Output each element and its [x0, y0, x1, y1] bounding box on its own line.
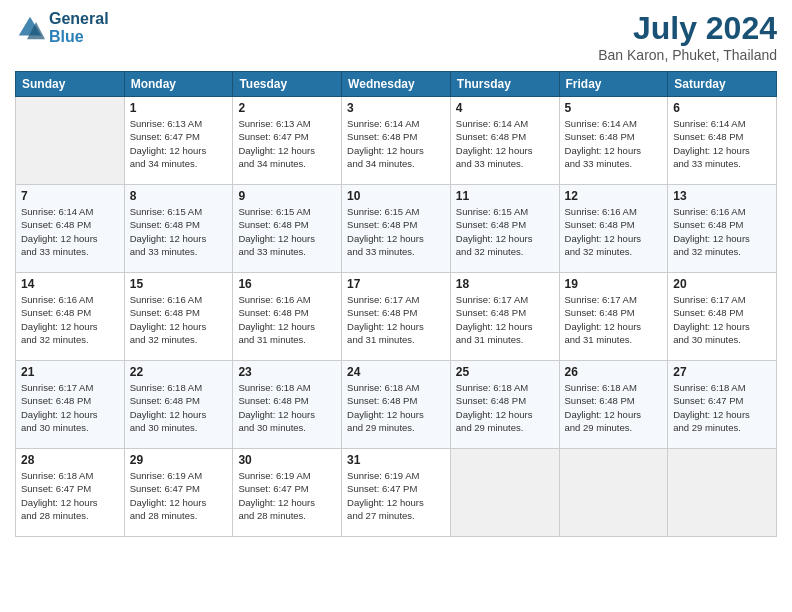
day-number: 31	[347, 453, 445, 467]
day-info: Sunrise: 6:14 AM Sunset: 6:48 PM Dayligh…	[21, 205, 119, 258]
calendar-cell: 22Sunrise: 6:18 AM Sunset: 6:48 PM Dayli…	[124, 361, 233, 449]
calendar-cell	[668, 449, 777, 537]
page: General Blue July 2024 Ban Karon, Phuket…	[0, 0, 792, 612]
header-day-friday: Friday	[559, 72, 668, 97]
day-info: Sunrise: 6:18 AM Sunset: 6:47 PM Dayligh…	[21, 469, 119, 522]
day-number: 13	[673, 189, 771, 203]
logo-text: General Blue	[49, 10, 109, 45]
calendar-table: SundayMondayTuesdayWednesdayThursdayFrid…	[15, 71, 777, 537]
day-number: 21	[21, 365, 119, 379]
logo: General Blue	[15, 10, 109, 45]
day-number: 3	[347, 101, 445, 115]
calendar-header-row: SundayMondayTuesdayWednesdayThursdayFrid…	[16, 72, 777, 97]
calendar-cell: 18Sunrise: 6:17 AM Sunset: 6:48 PM Dayli…	[450, 273, 559, 361]
day-number: 24	[347, 365, 445, 379]
calendar-cell	[16, 97, 125, 185]
calendar-cell: 9Sunrise: 6:15 AM Sunset: 6:48 PM Daylig…	[233, 185, 342, 273]
day-number: 1	[130, 101, 228, 115]
day-number: 11	[456, 189, 554, 203]
calendar-week-3: 14Sunrise: 6:16 AM Sunset: 6:48 PM Dayli…	[16, 273, 777, 361]
calendar-cell: 23Sunrise: 6:18 AM Sunset: 6:48 PM Dayli…	[233, 361, 342, 449]
day-info: Sunrise: 6:16 AM Sunset: 6:48 PM Dayligh…	[673, 205, 771, 258]
day-number: 8	[130, 189, 228, 203]
calendar-cell: 6Sunrise: 6:14 AM Sunset: 6:48 PM Daylig…	[668, 97, 777, 185]
calendar-cell: 26Sunrise: 6:18 AM Sunset: 6:48 PM Dayli…	[559, 361, 668, 449]
header-day-thursday: Thursday	[450, 72, 559, 97]
day-number: 20	[673, 277, 771, 291]
calendar-cell: 17Sunrise: 6:17 AM Sunset: 6:48 PM Dayli…	[342, 273, 451, 361]
day-info: Sunrise: 6:17 AM Sunset: 6:48 PM Dayligh…	[347, 293, 445, 346]
calendar-cell: 31Sunrise: 6:19 AM Sunset: 6:47 PM Dayli…	[342, 449, 451, 537]
day-number: 4	[456, 101, 554, 115]
header-day-monday: Monday	[124, 72, 233, 97]
calendar-cell: 13Sunrise: 6:16 AM Sunset: 6:48 PM Dayli…	[668, 185, 777, 273]
day-info: Sunrise: 6:17 AM Sunset: 6:48 PM Dayligh…	[673, 293, 771, 346]
day-info: Sunrise: 6:15 AM Sunset: 6:48 PM Dayligh…	[347, 205, 445, 258]
day-number: 2	[238, 101, 336, 115]
calendar-cell: 3Sunrise: 6:14 AM Sunset: 6:48 PM Daylig…	[342, 97, 451, 185]
logo-icon	[15, 13, 45, 43]
calendar-week-2: 7Sunrise: 6:14 AM Sunset: 6:48 PM Daylig…	[16, 185, 777, 273]
calendar-cell: 10Sunrise: 6:15 AM Sunset: 6:48 PM Dayli…	[342, 185, 451, 273]
calendar-cell: 5Sunrise: 6:14 AM Sunset: 6:48 PM Daylig…	[559, 97, 668, 185]
day-number: 16	[238, 277, 336, 291]
title-section: July 2024 Ban Karon, Phuket, Thailand	[598, 10, 777, 63]
header-day-wednesday: Wednesday	[342, 72, 451, 97]
calendar-cell: 7Sunrise: 6:14 AM Sunset: 6:48 PM Daylig…	[16, 185, 125, 273]
day-number: 7	[21, 189, 119, 203]
calendar-cell: 29Sunrise: 6:19 AM Sunset: 6:47 PM Dayli…	[124, 449, 233, 537]
day-info: Sunrise: 6:18 AM Sunset: 6:48 PM Dayligh…	[456, 381, 554, 434]
day-info: Sunrise: 6:16 AM Sunset: 6:48 PM Dayligh…	[565, 205, 663, 258]
calendar-cell: 19Sunrise: 6:17 AM Sunset: 6:48 PM Dayli…	[559, 273, 668, 361]
day-number: 9	[238, 189, 336, 203]
day-number: 15	[130, 277, 228, 291]
day-info: Sunrise: 6:17 AM Sunset: 6:48 PM Dayligh…	[456, 293, 554, 346]
day-number: 29	[130, 453, 228, 467]
day-info: Sunrise: 6:18 AM Sunset: 6:48 PM Dayligh…	[565, 381, 663, 434]
calendar-cell: 24Sunrise: 6:18 AM Sunset: 6:48 PM Dayli…	[342, 361, 451, 449]
header-day-saturday: Saturday	[668, 72, 777, 97]
calendar-cell: 8Sunrise: 6:15 AM Sunset: 6:48 PM Daylig…	[124, 185, 233, 273]
day-info: Sunrise: 6:16 AM Sunset: 6:48 PM Dayligh…	[21, 293, 119, 346]
day-info: Sunrise: 6:13 AM Sunset: 6:47 PM Dayligh…	[238, 117, 336, 170]
day-info: Sunrise: 6:17 AM Sunset: 6:48 PM Dayligh…	[21, 381, 119, 434]
day-info: Sunrise: 6:18 AM Sunset: 6:48 PM Dayligh…	[238, 381, 336, 434]
day-info: Sunrise: 6:13 AM Sunset: 6:47 PM Dayligh…	[130, 117, 228, 170]
day-info: Sunrise: 6:16 AM Sunset: 6:48 PM Dayligh…	[238, 293, 336, 346]
day-number: 17	[347, 277, 445, 291]
day-info: Sunrise: 6:18 AM Sunset: 6:48 PM Dayligh…	[130, 381, 228, 434]
day-number: 6	[673, 101, 771, 115]
day-info: Sunrise: 6:14 AM Sunset: 6:48 PM Dayligh…	[456, 117, 554, 170]
header-day-tuesday: Tuesday	[233, 72, 342, 97]
calendar-cell: 28Sunrise: 6:18 AM Sunset: 6:47 PM Dayli…	[16, 449, 125, 537]
day-number: 25	[456, 365, 554, 379]
day-info: Sunrise: 6:16 AM Sunset: 6:48 PM Dayligh…	[130, 293, 228, 346]
day-number: 18	[456, 277, 554, 291]
day-info: Sunrise: 6:15 AM Sunset: 6:48 PM Dayligh…	[456, 205, 554, 258]
calendar-cell: 30Sunrise: 6:19 AM Sunset: 6:47 PM Dayli…	[233, 449, 342, 537]
day-number: 26	[565, 365, 663, 379]
calendar-cell: 21Sunrise: 6:17 AM Sunset: 6:48 PM Dayli…	[16, 361, 125, 449]
day-info: Sunrise: 6:14 AM Sunset: 6:48 PM Dayligh…	[673, 117, 771, 170]
calendar-cell: 12Sunrise: 6:16 AM Sunset: 6:48 PM Dayli…	[559, 185, 668, 273]
day-number: 22	[130, 365, 228, 379]
logo-line1: General	[49, 10, 109, 28]
calendar-cell: 27Sunrise: 6:18 AM Sunset: 6:47 PM Dayli…	[668, 361, 777, 449]
day-info: Sunrise: 6:19 AM Sunset: 6:47 PM Dayligh…	[238, 469, 336, 522]
calendar-cell: 16Sunrise: 6:16 AM Sunset: 6:48 PM Dayli…	[233, 273, 342, 361]
calendar-cell: 14Sunrise: 6:16 AM Sunset: 6:48 PM Dayli…	[16, 273, 125, 361]
calendar-cell	[450, 449, 559, 537]
calendar-cell: 20Sunrise: 6:17 AM Sunset: 6:48 PM Dayli…	[668, 273, 777, 361]
calendar-cell	[559, 449, 668, 537]
day-info: Sunrise: 6:19 AM Sunset: 6:47 PM Dayligh…	[130, 469, 228, 522]
calendar-week-4: 21Sunrise: 6:17 AM Sunset: 6:48 PM Dayli…	[16, 361, 777, 449]
header: General Blue July 2024 Ban Karon, Phuket…	[15, 10, 777, 63]
calendar-cell: 15Sunrise: 6:16 AM Sunset: 6:48 PM Dayli…	[124, 273, 233, 361]
day-number: 19	[565, 277, 663, 291]
day-number: 12	[565, 189, 663, 203]
calendar-cell: 1Sunrise: 6:13 AM Sunset: 6:47 PM Daylig…	[124, 97, 233, 185]
day-number: 30	[238, 453, 336, 467]
day-info: Sunrise: 6:19 AM Sunset: 6:47 PM Dayligh…	[347, 469, 445, 522]
day-info: Sunrise: 6:18 AM Sunset: 6:48 PM Dayligh…	[347, 381, 445, 434]
day-info: Sunrise: 6:18 AM Sunset: 6:47 PM Dayligh…	[673, 381, 771, 434]
